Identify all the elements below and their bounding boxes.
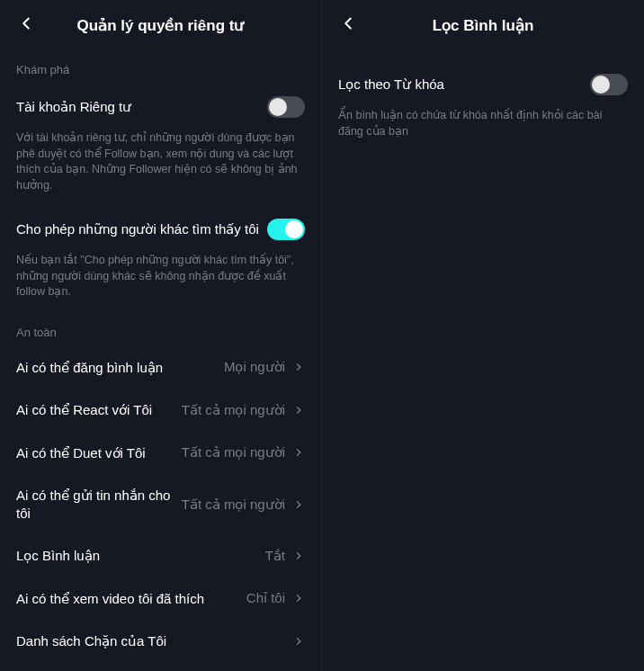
row-value: Tất cả mọi người [182, 444, 285, 461]
block-list-row[interactable]: Danh sách Chặn của Tôi [0, 620, 321, 663]
page-title: Quản lý quyền riêng tư [16, 16, 305, 35]
row-value: Tắt [265, 548, 285, 564]
header: Lọc Bình luận [322, 0, 644, 50]
keyword-filter-toggle[interactable] [590, 74, 628, 95]
row-label: Ai có thể React với Tôi [16, 401, 182, 419]
private-account-desc: Với tài khoản riêng tư, chỉ những người … [0, 130, 321, 206]
discoverable-toggle[interactable] [267, 219, 305, 240]
toggle-knob [269, 98, 287, 116]
section-discover-label: Khám phá [0, 50, 321, 84]
page-title: Lọc Bình luận [338, 16, 628, 35]
row-label: Lọc Bình luận [16, 547, 265, 565]
chevron-right-icon [292, 404, 305, 416]
who-can-react-row[interactable]: Ai có thể React với Tôi Tất cả mọi người [0, 389, 321, 432]
comment-filter-panel: Lọc Bình luận Lọc theo Từ khóa Ẩn bình l… [322, 0, 644, 671]
private-account-row[interactable]: Tài khoản Riêng tư [0, 84, 321, 130]
private-account-label: Tài khoản Riêng tư [16, 98, 267, 116]
private-account-toggle[interactable] [267, 96, 305, 118]
back-button[interactable] [16, 13, 36, 37]
row-right: Tất cả mọi người [182, 402, 305, 418]
chevron-right-icon [292, 361, 305, 373]
arrow-left-icon [338, 13, 358, 33]
toggle-knob [285, 220, 303, 238]
privacy-settings-panel: Quản lý quyền riêng tư Khám phá Tài khoả… [0, 0, 322, 671]
who-can-duet-row[interactable]: Ai có thể Duet với Tôi Tất cả mọi người [0, 432, 321, 475]
row-right [285, 635, 305, 648]
row-value: Tất cả mọi người [182, 402, 285, 418]
row-right: Chỉ tôi [246, 590, 305, 606]
row-value: Tất cả mọi người [182, 497, 285, 513]
row-right: Tất cả mọi người [182, 444, 305, 461]
discoverable-row[interactable]: Cho phép những người khác tìm thấy tôi [0, 206, 321, 253]
row-label: Ai có thể đăng bình luận [16, 359, 224, 377]
toggle-knob [592, 76, 610, 94]
keyword-filter-label: Lọc theo Từ khóa [338, 76, 590, 94]
chevron-right-icon [292, 592, 305, 604]
chevron-right-icon [292, 550, 305, 562]
keyword-filter-row[interactable]: Lọc theo Từ khóa [322, 61, 644, 108]
row-right: Tắt [265, 548, 305, 564]
comment-filter-row[interactable]: Lọc Bình luận Tắt [0, 534, 321, 577]
row-label: Ai có thể gửi tin nhắn cho tôi [16, 487, 182, 522]
row-value: Chỉ tôi [246, 590, 285, 606]
who-can-comment-row[interactable]: Ai có thể đăng bình luận Mọi người [0, 346, 321, 389]
keyword-filter-desc: Ẩn bình luận có chứa từ khóa nhất định k… [322, 108, 644, 152]
who-can-message-row[interactable]: Ai có thể gửi tin nhắn cho tôi Tất cả mọ… [0, 474, 321, 534]
chevron-right-icon [292, 635, 305, 648]
section-safety-label: An toàn [0, 313, 321, 346]
row-value: Mọi người [224, 359, 285, 375]
back-button[interactable] [338, 13, 358, 37]
who-can-view-liked-row[interactable]: Ai có thể xem video tôi đã thích Chỉ tôi [0, 577, 321, 621]
arrow-left-icon [16, 13, 36, 33]
row-label: Ai có thể xem video tôi đã thích [16, 590, 246, 608]
chevron-right-icon [292, 498, 305, 511]
row-right: Tất cả mọi người [182, 497, 305, 513]
row-right: Mọi người [224, 359, 305, 375]
row-label: Ai có thể Duet với Tôi [16, 444, 182, 462]
discoverable-label: Cho phép những người khác tìm thấy tôi [16, 220, 267, 238]
chevron-right-icon [292, 446, 305, 459]
discoverable-desc: Nếu bạn tắt "Cho phép những người khác t… [0, 253, 321, 313]
header: Quản lý quyền riêng tư [0, 0, 321, 50]
row-label: Danh sách Chặn của Tôi [16, 632, 285, 650]
